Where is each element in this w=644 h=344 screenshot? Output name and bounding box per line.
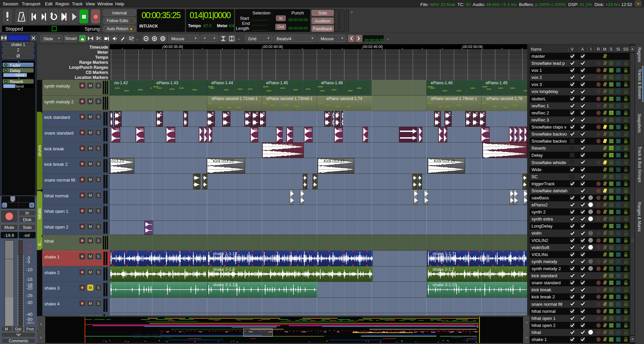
svg-text:d...: d... xyxy=(37,240,42,246)
svg-text:drums: drums xyxy=(37,145,42,156)
svg-text:hihats: hihats xyxy=(37,208,42,219)
